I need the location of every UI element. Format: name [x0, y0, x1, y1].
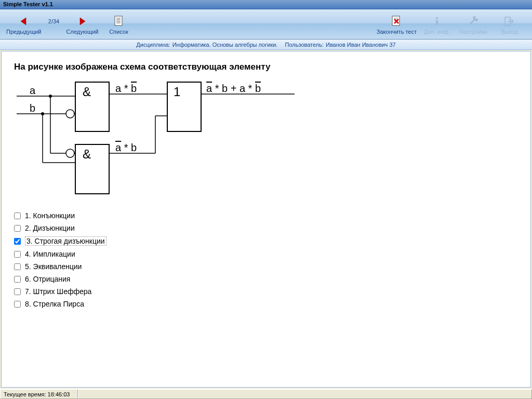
answer-label: 6. Отрицания [25, 275, 70, 283]
answer-label: 7. Штрих Шеффера [25, 287, 91, 296]
answer-label: 8. Стрелка Пирса [25, 300, 84, 308]
extra-label: Доп. инф. [424, 29, 450, 35]
answer-checkbox[interactable] [14, 212, 21, 219]
arrow-right-icon [77, 15, 87, 28]
answer-label: 1. Конъюнкции [25, 211, 75, 220]
exit-icon [504, 15, 515, 28]
answer-row[interactable]: 4. Импликации [14, 248, 518, 260]
out1-label: a * b [115, 83, 137, 94]
answer-row[interactable]: 7. Штрих Шеффера [14, 285, 518, 298]
info-bar: Дисциплина: Информатика. Основы алгебры … [0, 39, 532, 50]
prev-button[interactable]: Предыдущий [4, 11, 43, 38]
answer-row[interactable]: 2. Дизъюнкции [14, 222, 518, 234]
settings-label: Настройки [459, 29, 487, 35]
question-panel: На рисунке изображена схема соответствую… [1, 51, 531, 388]
input-b-label: b [30, 102, 35, 114]
svg-rect-23 [75, 82, 109, 131]
finish-icon [391, 15, 402, 28]
answer-label: 4. Импликации [25, 250, 75, 258]
answer-row[interactable]: 1. Конъюнкции [14, 209, 518, 222]
svg-marker-1 [80, 18, 85, 25]
answer-label: 2. Дизъюнкции [25, 224, 75, 232]
answer-row[interactable]: 5. Эквиваленции [14, 260, 518, 273]
info-icon [432, 15, 442, 28]
list-button[interactable]: Список [100, 11, 137, 38]
svg-rect-25 [167, 82, 201, 131]
time-label: Текущее время: [4, 391, 46, 397]
answer-checkbox[interactable] [14, 263, 21, 270]
arrow-left-icon [19, 15, 29, 28]
wrench-icon [468, 15, 479, 28]
answer-checkbox[interactable] [14, 251, 21, 258]
discipline-value: Информатика. Основы алгебры логики. [172, 42, 278, 48]
gate3-symbol: 1 [174, 85, 180, 99]
user-label: Пользователь: [285, 42, 324, 48]
final-label: a * b + a * b [206, 83, 261, 94]
extra-info-button: Доп. инф. [419, 11, 455, 38]
answer-checkbox[interactable] [14, 276, 21, 283]
inverter-b-top [66, 110, 74, 118]
answer-checkbox[interactable] [14, 225, 21, 232]
question-text: На рисунке изображена схема соответствую… [14, 62, 518, 72]
svg-marker-0 [21, 18, 26, 25]
svg-point-12 [436, 17, 438, 19]
gate1-symbol: & [83, 85, 91, 99]
svg-rect-24 [75, 144, 109, 194]
gate2-symbol: & [83, 147, 91, 161]
answer-checkbox[interactable] [14, 288, 21, 295]
list-label: Список [109, 29, 128, 35]
next-button[interactable]: Следующий [64, 11, 100, 38]
answer-checkbox[interactable] [14, 301, 21, 308]
list-icon [113, 15, 124, 28]
logic-diagram: a b & [14, 79, 295, 204]
app-title: Simple Tester v1.1 [3, 1, 53, 7]
out2-label: a * b [115, 142, 137, 153]
time-value: 18:46:03 [48, 391, 70, 397]
question-counter: 2/34 [43, 11, 64, 38]
answer-checkbox[interactable] [14, 238, 21, 245]
next-label: Следующий [66, 29, 99, 35]
finish-button[interactable]: Закончить тест [375, 11, 419, 38]
answer-label: 3. Строгая дизъюнкции [25, 236, 107, 246]
finish-label: Закончить тест [377, 29, 417, 35]
settings-button: Настройки [455, 11, 491, 38]
user-value: Иванов Иван Иванович 37 [326, 42, 396, 48]
window-titlebar: Simple Tester v1.1 [0, 0, 532, 9]
answers-list: 1. Конъюнкции2. Дизъюнкции3. Строгая диз… [14, 209, 518, 310]
status-time: Текущее время: 18:46:03 [0, 389, 78, 399]
status-empty [78, 389, 532, 399]
answer-label: 5. Эквиваленции [25, 262, 82, 271]
discipline-label: Дисциплина: [136, 42, 170, 48]
svg-rect-13 [436, 20, 438, 25]
inverter-a-bottom [66, 149, 74, 157]
main-toolbar: Предыдущий 2/34 Следующий Список Закончи… [0, 9, 532, 39]
exit-label: Выход [501, 29, 518, 35]
prev-label: Предыдущий [6, 29, 41, 35]
toolbar-spacer [137, 11, 374, 38]
input-a-label: a [30, 85, 36, 96]
answer-row[interactable]: 8. Стрелка Пирса [14, 298, 518, 310]
svg-rect-2 [115, 16, 122, 25]
answer-row[interactable]: 3. Строгая дизъюнкции [14, 234, 518, 248]
status-bar: Текущее время: 18:46:03 [0, 389, 532, 399]
content-wrapper: На рисунке изображена схема соответствую… [0, 50, 532, 389]
exit-button: Выход [491, 11, 528, 38]
answer-row[interactable]: 6. Отрицания [14, 273, 518, 285]
